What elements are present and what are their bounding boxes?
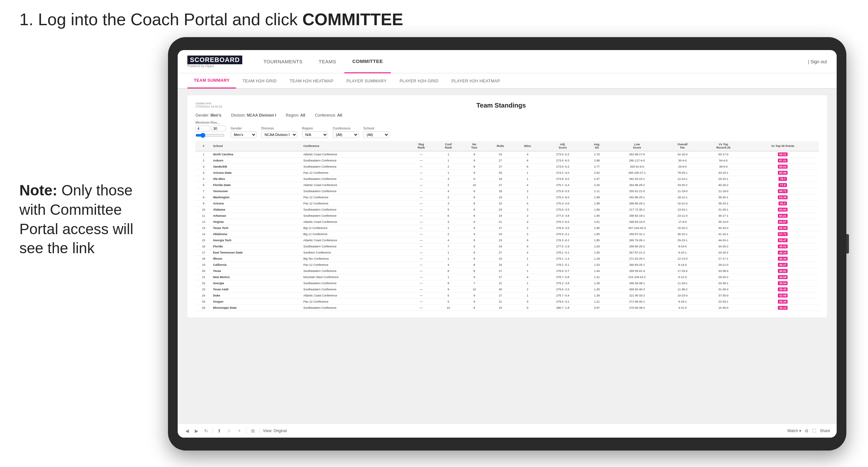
toolbar-reload-icon[interactable]: ↻ xyxy=(203,428,209,433)
cell-conf-rank: 5 xyxy=(435,299,462,305)
division-select[interactable]: NCAA Division I xyxy=(261,131,297,138)
toolbar-share-icon[interactable]: ⬆ xyxy=(216,428,223,433)
cell-school[interactable]: Texas A&M xyxy=(212,286,302,292)
toolbar-back-icon[interactable]: ◀ xyxy=(184,428,190,433)
sub-nav-player-h2h-heatmap[interactable]: PLAYER H2H HEATMAP xyxy=(445,73,506,89)
sub-nav-team-h2h-heatmap[interactable]: TEAM H2H HEATMAP xyxy=(283,73,340,89)
cell-vs-top25: 31-29-1 xyxy=(700,207,747,213)
scoreboard-logo: SCOREBOARD Powered by clippd xyxy=(187,56,242,68)
cell-school[interactable]: New Mexico xyxy=(212,274,302,280)
min-rounds-input1[interactable] xyxy=(195,126,210,131)
toolbar-grid-icon[interactable]: ⊞ xyxy=(250,428,256,433)
cell-reg-rank: — xyxy=(408,268,435,274)
toolbar-view-original[interactable]: View: Original xyxy=(263,429,287,433)
cell-school[interactable]: Arizona xyxy=(212,200,302,207)
cell-school[interactable]: Duke xyxy=(212,292,302,299)
cell-conference: Atlantic Coast Conference xyxy=(302,151,408,158)
cell-rnds: 27 xyxy=(487,250,514,256)
cell-school[interactable]: East Tennessee State xyxy=(212,250,302,256)
school-filter-label: School xyxy=(364,127,389,130)
cell-no-tour: 7 xyxy=(462,280,487,286)
signout-link[interactable]: Sign out xyxy=(810,59,827,64)
cell-wins: 0 xyxy=(514,305,541,311)
sub-nav-player-h2h-grid[interactable]: PLAYER H2H GRID xyxy=(393,73,445,89)
toolbar-icon-expand[interactable]: ⛶ xyxy=(812,429,816,433)
cell-rnds: 23 xyxy=(487,151,514,158)
cell-avg-sg: 1.98 xyxy=(585,200,609,207)
nav-committee[interactable]: COMMITTEE xyxy=(344,50,391,73)
cell-adj-score: 278.7 -0.8 xyxy=(541,274,585,280)
cell-school[interactable]: Washington xyxy=(212,194,302,200)
toolbar-bookmark-icon[interactable]: ☆ xyxy=(226,428,232,433)
cell-overall: 16-21-0 xyxy=(665,200,700,207)
cell-rank: 22 xyxy=(195,280,212,286)
sub-nav-team-summary[interactable]: TEAM SUMMARY xyxy=(187,73,236,89)
sub-nav-team-h2h-grid[interactable]: TEAM H2H GRID xyxy=(236,73,283,89)
cell-no-tour: 8 xyxy=(462,200,487,207)
share-button[interactable]: Share xyxy=(820,429,830,433)
min-rounds-slider[interactable] xyxy=(195,133,224,138)
cell-school[interactable]: Virginia xyxy=(212,219,302,225)
cell-school[interactable]: North Carolina xyxy=(212,151,302,158)
cell-school[interactable]: California xyxy=(212,262,302,268)
toolbar-icon-grid[interactable]: ⊟ xyxy=(805,429,808,433)
cell-school[interactable]: Alabama xyxy=(212,207,302,213)
cell-rank: 15 xyxy=(195,238,212,244)
sub-nav-player-summary[interactable]: PLAYER SUMMARY xyxy=(340,73,393,89)
nav-teams[interactable]: TEAMS xyxy=(311,50,344,73)
cell-school[interactable]: Ole Miss xyxy=(212,176,302,182)
table-row: 26 Mississippi State Southeastern Confer… xyxy=(195,305,819,311)
cell-school[interactable]: Mississippi State xyxy=(212,305,302,311)
cell-school[interactable]: Vanderbilt xyxy=(212,164,302,170)
cell-conference: Southeastern Conference xyxy=(302,213,408,219)
cell-school[interactable]: Georgia Tech xyxy=(212,238,302,244)
gender-select[interactable]: Men's Women's xyxy=(231,131,256,138)
toolbar-plus-icon[interactable]: ＋ xyxy=(236,428,243,434)
nav-tournaments[interactable]: TOURNAMENTS xyxy=(255,50,310,73)
table-row: 6 Florida State Atlantic Coast Conferenc… xyxy=(195,182,819,188)
cell-avg-sg: 1.63 xyxy=(585,244,609,250)
cell-school[interactable]: Florida xyxy=(212,244,302,250)
cell-school[interactable]: Arkansas xyxy=(212,213,302,219)
cell-vs-top50: 46.16 xyxy=(747,250,819,256)
bottom-toolbar: ◀ ▶ ↻ ⬆ ☆ ＋ ⊞ View: Original Watch ▾ ⊟ ⛶… xyxy=(178,424,837,438)
cell-low-score: 262 63-15-1 xyxy=(609,176,665,182)
conference-select[interactable]: (All) xyxy=(333,131,359,138)
cell-school[interactable]: Illinois xyxy=(212,256,302,262)
cell-conf-rank: 1 xyxy=(435,225,462,231)
cell-school[interactable]: Florida State xyxy=(212,182,302,188)
cell-conf-rank: 6 xyxy=(435,213,462,219)
cell-no-tour: 9 xyxy=(462,225,487,231)
school-select[interactable]: (All) xyxy=(364,131,389,138)
th-conf-rank: ConfRank xyxy=(435,141,462,151)
cell-wins: 1 xyxy=(514,292,541,299)
watch-button[interactable]: Watch ▾ xyxy=(787,429,801,433)
region-select[interactable]: N/A All xyxy=(302,131,328,138)
cell-school[interactable]: Texas xyxy=(212,268,302,274)
min-rounds-input2[interactable] xyxy=(211,126,226,131)
cell-overall: 30-15-1 xyxy=(665,231,700,238)
cell-vs-top25: 40-33-3 xyxy=(700,225,747,231)
powered-by: Powered by clippd xyxy=(187,64,242,68)
toolbar-forward-icon[interactable]: ▶ xyxy=(193,428,199,433)
cell-no-tour: 8 xyxy=(462,256,487,262)
cell-rnds: 23 xyxy=(487,238,514,244)
cell-overall: 9-24-0 xyxy=(665,244,700,250)
main-content: Update time: 27/03/2024 16:56:26 Team St… xyxy=(178,89,837,424)
cell-no-tour: 6 xyxy=(462,219,487,225)
cell-rnds: 23 xyxy=(487,200,514,207)
cell-reg-rank: — xyxy=(408,305,435,311)
cell-school[interactable]: Texas Tech xyxy=(212,225,302,231)
cell-school[interactable]: Georgia xyxy=(212,280,302,286)
cell-adj-score: 280.7 -1.8 xyxy=(541,305,585,311)
cell-school[interactable]: Auburn xyxy=(212,158,302,164)
cell-school[interactable]: Oklahoma xyxy=(212,231,302,238)
cell-school[interactable]: Tennessee xyxy=(212,188,302,194)
cell-school[interactable]: Arizona State xyxy=(212,170,302,176)
cell-conference: Mountain West Conference xyxy=(302,274,408,280)
cell-adj-score: 278.1 -5.1 xyxy=(541,250,585,256)
cell-vs-top50: 77.9 xyxy=(747,182,819,188)
cell-vs-top50: 38.38 xyxy=(747,299,819,305)
cell-adj-score: 276.5 -3.1 xyxy=(541,231,585,238)
cell-school[interactable]: Oregon xyxy=(212,299,302,305)
